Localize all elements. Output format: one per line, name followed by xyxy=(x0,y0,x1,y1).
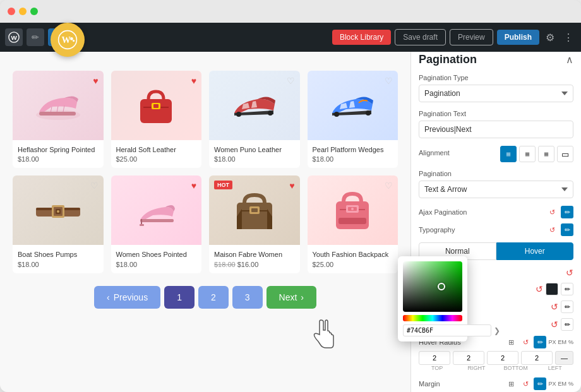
pagination-type-select[interactable]: Pagination xyxy=(419,85,573,102)
publish-button[interactable]: Publish xyxy=(497,30,539,45)
pagination-type-section: Pagination Type Pagination xyxy=(419,74,573,102)
hover-radius-inputs: — xyxy=(419,351,573,365)
pagination-style-select[interactable]: Text & Arrow xyxy=(419,181,573,198)
margin-edit-icon[interactable]: ✏ xyxy=(534,377,546,390)
hover-radius-controls: ⊞ ↺ ✏ PX EM % xyxy=(505,336,573,348)
wishlist-button[interactable]: ♡ xyxy=(385,76,393,86)
svg-point-5 xyxy=(73,40,75,42)
box-shadow-edit-icon[interactable]: ✏ xyxy=(561,318,573,331)
hover-radius-sublabels: TOP RIGHT BOTTOM LEFT xyxy=(419,365,573,371)
product-price: $18.00 xyxy=(116,261,197,268)
product-info: Pearl Platform Wedges $18.00 xyxy=(308,140,398,168)
prev-page-button[interactable]: ‹ Previous xyxy=(94,286,160,309)
products-grid: Heflashor Spring Pointed $18.00 ♥ xyxy=(13,71,398,273)
more-options-icon[interactable]: ⋮ xyxy=(561,29,576,46)
ajax-reset-icon[interactable]: ↺ xyxy=(546,206,558,218)
hover-border-edit-icon[interactable]: ✏ xyxy=(561,300,573,313)
original-price: $18.00 xyxy=(214,261,236,268)
typography-reset-icon[interactable]: ↺ xyxy=(546,223,558,236)
product-image xyxy=(111,71,202,140)
radius-bottom-label: BOTTOM xyxy=(498,365,534,371)
radius-top-input[interactable] xyxy=(419,351,450,365)
align-center-button[interactable]: ≡ xyxy=(519,146,536,162)
wishlist-button[interactable]: ♥ xyxy=(289,181,294,191)
pagination-text-section: Pagination Text xyxy=(419,110,573,138)
color-spectrum-bar[interactable] xyxy=(403,315,462,321)
product-price: $18.00 xyxy=(214,155,295,163)
product-image xyxy=(111,175,202,245)
svg-point-15 xyxy=(236,112,241,117)
maximize-dot[interactable] xyxy=(30,8,38,15)
product-name: Maison Fabre Women xyxy=(214,250,295,259)
alignment-buttons: ≡ ≡ ≡ ▭ xyxy=(500,146,573,162)
radius-left-input[interactable] xyxy=(521,351,553,365)
settings-icon[interactable]: ⚙ xyxy=(543,29,557,46)
hover-bg-reset-icon[interactable]: ↺ xyxy=(536,284,543,294)
preview-button[interactable]: Preview xyxy=(450,29,493,45)
minimize-dot[interactable] xyxy=(19,8,27,15)
hover-bg-dark-swatch[interactable] xyxy=(546,283,558,295)
wishlist-button[interactable]: ♡ xyxy=(385,181,393,191)
alignment-row: Alignment ≡ ≡ ≡ ▭ xyxy=(419,146,573,162)
typography-icons: ↺ ✏ xyxy=(546,223,573,236)
product-image xyxy=(13,71,104,140)
collapse-icon[interactable]: ∧ xyxy=(566,54,573,66)
box-shadow-reset-icon[interactable]: ↺ xyxy=(551,319,558,330)
color-copy-icon[interactable]: ❯ xyxy=(494,326,500,335)
box-shadow-controls: ↺ ✏ xyxy=(551,318,573,331)
panel-title: Pagination xyxy=(419,53,477,66)
next-arrow-icon: › xyxy=(301,292,304,302)
block-library-button[interactable]: Block Library xyxy=(332,30,391,45)
radius-bottom-input[interactable] xyxy=(487,351,518,365)
svg-point-4 xyxy=(70,37,73,40)
wishlist-button[interactable]: ♡ xyxy=(90,181,99,191)
save-draft-button[interactable]: Save draft xyxy=(395,29,446,45)
wishlist-button[interactable]: ♡ xyxy=(287,76,295,86)
radius-edit-icon[interactable]: ✏ xyxy=(534,336,546,348)
pagination-text-input[interactable] xyxy=(419,121,573,138)
svg-point-16 xyxy=(268,110,273,116)
color-hex-input[interactable] xyxy=(403,324,491,336)
product-name: Women Puno Leather xyxy=(214,145,295,154)
hover-bg-edit-icon[interactable]: ✏ xyxy=(561,283,573,295)
page-3-button[interactable]: 3 xyxy=(232,286,263,309)
align-left-button[interactable]: ≡ xyxy=(500,146,517,162)
wishlist-button[interactable]: ♥ xyxy=(93,76,98,86)
page-1-button[interactable]: 1 xyxy=(164,286,195,309)
radius-right-input[interactable] xyxy=(453,351,484,365)
next-page-button[interactable]: Next › xyxy=(267,286,316,309)
hover-color-controls: ↺ xyxy=(566,268,573,278)
wishlist-button[interactable]: ♥ xyxy=(191,181,196,191)
product-info: Herald Soft Leather $25.00 xyxy=(111,140,202,168)
product-name: Women Shoes Pointed xyxy=(116,250,197,259)
radius-top-label: TOP xyxy=(419,365,455,371)
hover-color-reset-icon[interactable]: ↺ xyxy=(566,268,573,278)
browser-titlebar xyxy=(0,0,581,23)
ajax-edit-icon[interactable]: ✏ xyxy=(561,206,573,218)
wp-logo-icon[interactable]: W xyxy=(5,28,23,46)
pencil-icon[interactable]: ✏ xyxy=(27,28,44,46)
align-justify-button[interactable]: ▭ xyxy=(557,146,573,162)
product-name: Herald Soft Leather xyxy=(116,145,197,154)
svg-rect-31 xyxy=(251,208,258,212)
typography-edit-icon[interactable]: ✏ xyxy=(561,223,573,236)
radius-link-icon[interactable]: ⊞ xyxy=(505,336,517,348)
radius-reset-icon[interactable]: ↺ xyxy=(519,336,532,348)
radius-left-label: LEFT xyxy=(537,365,573,371)
margin-link-icon[interactable]: ⊞ xyxy=(505,377,517,390)
page-2-button[interactable]: 2 xyxy=(198,286,229,309)
close-dot[interactable] xyxy=(8,8,15,15)
color-picker-handle[interactable] xyxy=(438,283,445,290)
typography-label: Typography xyxy=(419,226,455,234)
radius-link-toggle[interactable]: — xyxy=(555,351,573,365)
align-right-button[interactable]: ≡ xyxy=(538,146,554,162)
wp-admin-bar: W ✏ ▣ Block Library Save draft Preview P… xyxy=(0,23,581,52)
product-card: Women Shoes Pointed $18.00 ♥ xyxy=(111,175,202,273)
alignment-label: Alignment xyxy=(419,149,450,157)
hover-toggle-button[interactable]: Hover xyxy=(496,242,574,260)
margin-reset-icon[interactable]: ↺ xyxy=(519,377,532,390)
wishlist-button[interactable]: ♥ xyxy=(191,76,196,86)
hover-border-reset-icon[interactable]: ↺ xyxy=(551,302,558,312)
pagination-type-label: Pagination Type xyxy=(419,74,573,81)
product-price: $18.00 $16.00 xyxy=(214,261,295,268)
